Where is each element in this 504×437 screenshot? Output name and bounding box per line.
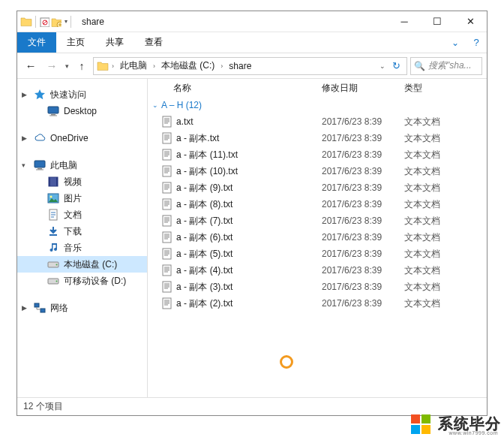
textfile-icon — [161, 248, 173, 260]
sidebar-item-pictures[interactable]: 图片 — [17, 190, 147, 206]
folder-icon — [97, 60, 109, 72]
crumb-thispc[interactable]: 此电脑 — [117, 59, 150, 72]
textfile-icon — [161, 182, 173, 194]
tab-file[interactable]: 文件 — [17, 32, 56, 53]
sidebar-item-onedrive[interactable]: ▶ OneDrive — [17, 130, 147, 146]
up-button[interactable]: ↑ — [74, 58, 90, 74]
search-input[interactable]: 🔍 搜索"sha... — [410, 57, 482, 75]
column-type[interactable]: 类型 — [404, 82, 464, 95]
file-row[interactable]: a - 副本 (11).txt2017/6/23 8:39文本文档 — [148, 146, 487, 163]
chevron-right-icon[interactable]: › — [152, 62, 157, 70]
sidebar-item-network[interactable]: ▶ 网络 — [17, 300, 147, 316]
group-header[interactable]: ⌄ A – H (12) — [148, 97, 487, 113]
search-icon: 🔍 — [414, 61, 425, 71]
picture-icon — [47, 192, 59, 204]
chevron-right-icon[interactable]: ▶ — [22, 304, 29, 312]
file-row[interactable]: a - 副本 (2).txt2017/6/23 8:39文本文档 — [148, 295, 487, 312]
sidebar-item-downloads[interactable]: 下载 — [17, 223, 147, 240]
navbar: ← → ▾ ↑ › 此电脑 › 本地磁盘 (C:) › share ⌄ ↻ 🔍 … — [17, 53, 487, 79]
file-type: 文本文档 — [404, 116, 464, 128]
crumb-localdisk[interactable]: 本地磁盘 (C:) — [158, 59, 218, 72]
file-row[interactable]: a - 副本 (5).txt2017/6/23 8:39文本文档 — [148, 246, 487, 262]
folder-icon — [20, 16, 32, 28]
chevron-down-icon[interactable]: ⌄ — [152, 101, 161, 109]
sidebar-item-videos[interactable]: 视频 — [17, 173, 147, 190]
column-date[interactable]: 修改日期 — [322, 82, 404, 95]
file-type: 文本文档 — [404, 165, 464, 178]
close-button[interactable]: ✕ — [454, 11, 487, 32]
file-name: a.txt — [176, 116, 322, 127]
file-name: a - 副本.txt — [176, 132, 322, 145]
textfile-icon — [161, 297, 173, 309]
address-bar[interactable]: › 此电脑 › 本地磁盘 (C:) › share ⌄ ↻ — [93, 57, 407, 75]
file-name: a - 副本 (6).txt — [176, 231, 322, 244]
sidebar-item-documents[interactable]: 文档 — [17, 206, 147, 223]
chevron-right-icon[interactable]: ▶ — [22, 134, 29, 142]
tab-share[interactable]: 共享 — [95, 32, 134, 53]
file-row[interactable]: a - 副本 (3).txt2017/6/23 8:39文本文档 — [148, 279, 487, 295]
minimize-button[interactable]: ─ — [388, 11, 421, 32]
file-row[interactable]: a - 副本 (10).txt2017/6/23 8:39文本文档 — [148, 163, 487, 179]
crumb-share[interactable]: share — [226, 61, 254, 71]
file-row[interactable]: a - 副本 (8).txt2017/6/23 8:39文本文档 — [148, 196, 487, 212]
chevron-down-icon[interactable]: ▾ — [22, 161, 29, 169]
file-date: 2017/6/23 8:39 — [322, 116, 404, 127]
document-icon — [47, 209, 59, 221]
qat-dropdown-icon[interactable]: ▾ — [63, 18, 68, 25]
sidebar-item-removable[interactable]: 可移动设备 (D:) — [17, 273, 147, 289]
monitor-icon — [34, 159, 46, 171]
file-name: a - 副本 (2).txt — [176, 297, 322, 310]
file-name: a - 副本 (9).txt — [176, 182, 322, 194]
file-row[interactable]: a - 副本 (6).txt2017/6/23 8:39文本文档 — [148, 229, 487, 246]
file-date: 2017/6/23 8:39 — [322, 133, 404, 143]
cloud-icon — [34, 132, 46, 144]
column-headers: 名称 修改日期 类型 — [148, 79, 487, 97]
sidebar-item-music[interactable]: 音乐 — [17, 240, 147, 256]
group-label: A – H (12) — [161, 100, 202, 110]
file-row[interactable]: a.txt2017/6/23 8:39文本文档 — [148, 113, 487, 130]
file-type: 文本文档 — [404, 182, 464, 194]
ribbon: 文件 主页 共享 查看 ⌄ ? — [17, 32, 487, 53]
file-row[interactable]: a - 副本 (4).txt2017/6/23 8:39文本文档 — [148, 262, 487, 279]
tab-home[interactable]: 主页 — [56, 32, 95, 53]
item-count: 12 个项目 — [23, 400, 63, 413]
file-type: 文本文档 — [404, 281, 464, 294]
maximize-button[interactable]: ☐ — [421, 11, 454, 32]
file-row[interactable]: a - 副本 (7).txt2017/6/23 8:39文本文档 — [148, 212, 487, 229]
qat-newfolder-icon[interactable] — [51, 17, 62, 27]
textfile-icon — [161, 116, 173, 128]
window-title: share — [82, 17, 388, 27]
history-dropdown-icon[interactable]: ▾ — [64, 62, 70, 70]
download-icon — [47, 225, 59, 237]
file-name: a - 副本 (8).txt — [176, 198, 322, 211]
file-type: 文本文档 — [404, 149, 464, 161]
chevron-right-icon[interactable]: › — [110, 62, 116, 70]
file-row[interactable]: a - 副本.txt2017/6/23 8:39文本文档 — [148, 130, 487, 146]
music-icon — [47, 242, 59, 254]
address-dropdown-icon[interactable]: ⌄ — [380, 62, 387, 70]
sidebar-item-thispc[interactable]: ▾ 此电脑 — [17, 157, 147, 173]
file-date: 2017/6/23 8:39 — [322, 149, 404, 160]
forward-button[interactable]: → — [43, 57, 61, 75]
refresh-button[interactable]: ↻ — [388, 59, 404, 74]
sidebar-item-localdisk[interactable]: 本地磁盘 (C:) — [17, 256, 147, 273]
chevron-right-icon[interactable]: ▶ — [22, 91, 29, 98]
file-row[interactable]: a - 副本 (9).txt2017/6/23 8:39文本文档 — [148, 179, 487, 196]
file-pane: 名称 修改日期 类型 ⌄ A – H (12) a.txt2017/6/23 8… — [148, 79, 487, 397]
file-date: 2017/6/23 8:39 — [322, 182, 404, 193]
sidebar-item-quickaccess[interactable]: ▶ 快速访问 — [17, 86, 147, 103]
textfile-icon — [161, 198, 173, 210]
textfile-icon — [161, 231, 173, 243]
help-button[interactable]: ? — [466, 32, 487, 53]
column-name[interactable]: 名称 — [173, 82, 322, 95]
watermark: 系统毕分 www.win7999.com — [411, 414, 501, 434]
ribbon-expand-button[interactable]: ⌄ — [445, 32, 466, 53]
chevron-right-icon[interactable]: › — [219, 62, 224, 70]
tab-view[interactable]: 查看 — [134, 32, 173, 53]
windows-logo-icon — [411, 414, 430, 434]
file-name: a - 副本 (3).txt — [176, 281, 322, 294]
qat-properties-icon[interactable] — [39, 17, 50, 27]
back-button[interactable]: ← — [22, 57, 40, 75]
sidebar-item-desktop[interactable]: Desktop — [17, 103, 147, 119]
explorer-window: ▾ share ─ ☐ ✕ 文件 主页 共享 查看 ⌄ ? ← → ▾ ↑ › … — [16, 11, 488, 416]
